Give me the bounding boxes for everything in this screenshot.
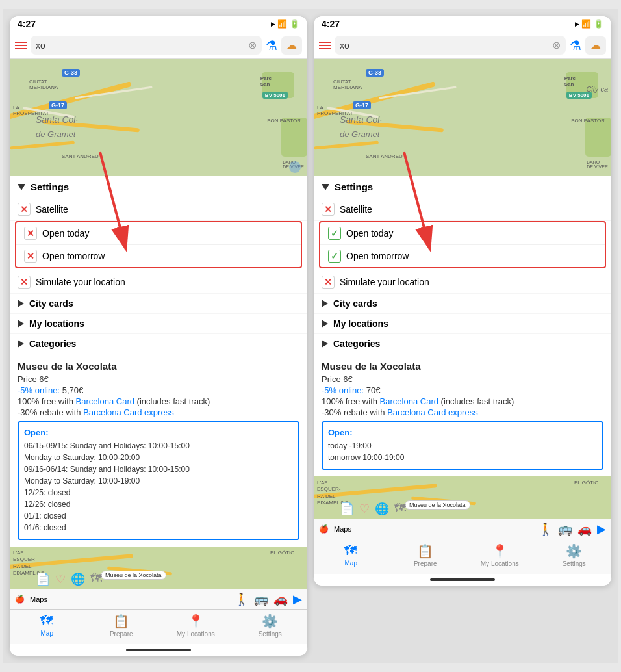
map-icon-left[interactable]: 🗺 (90, 572, 102, 586)
settings-header-left[interactable]: Settings (10, 176, 307, 198)
map-label-sant-andreu-right: SANT ANDREU (366, 153, 403, 159)
map-label-prosperitat-right: LAPROSPERITAT (317, 105, 353, 116)
highlighted-box-left: ✕ Open today ✕ Open tomorrow (15, 221, 302, 268)
bottom-icons-right: 📄 ♡ 🌐 🗺 (340, 502, 406, 516)
tab-settings-right[interactable]: ⚙️ Settings (537, 543, 612, 567)
cloud-icon-left[interactable]: ☁ (281, 36, 302, 55)
globe-icon-left[interactable]: 🌐 (71, 572, 85, 586)
search-field-left[interactable]: xo ⊗ (31, 36, 262, 55)
transport-bar-right: 🍎 Maps 🚶 🚌 🚗 ▶ (314, 519, 611, 539)
simulate-checkbox-right[interactable]: ✕ (322, 276, 335, 289)
drive-icon-right[interactable]: 🚗 (577, 522, 592, 536)
tab-map-left[interactable]: 🗺 Map (10, 614, 84, 638)
categories-label-right: Categories (333, 339, 380, 349)
open-today-item-right[interactable]: ✓ Open today (320, 222, 605, 245)
transit-icon-right[interactable]: 🚌 (558, 522, 572, 536)
poi-card-link-left[interactable]: Barcelona Card (76, 396, 134, 406)
navigate-icon-left[interactable]: ▶ (293, 592, 302, 606)
battery-icon-right: 🔋 (594, 19, 603, 29)
open-tomorrow-checkbox-left[interactable]: ✕ (24, 250, 37, 263)
clear-btn-right[interactable]: ⊗ (552, 39, 561, 51)
map-icon-right[interactable]: 🗺 (394, 502, 406, 516)
open-today-item-left[interactable]: ✕ Open today (16, 222, 301, 245)
open-today-label-left: Open today (42, 228, 89, 239)
hamburger-icon-left[interactable] (15, 42, 27, 49)
tab-map-right[interactable]: 🗺 Map (314, 543, 388, 567)
tab-settings-left[interactable]: ⚙️ Settings (233, 614, 308, 638)
home-bar-left (126, 649, 191, 651)
open-today-checkbox-left[interactable]: ✕ (24, 227, 37, 240)
map-circle-sa (289, 161, 301, 173)
satellite-checkbox-left[interactable]: ✕ (18, 203, 31, 216)
hamburger-icon-right[interactable] (319, 42, 331, 49)
categories-label-left: Categories (29, 339, 76, 349)
tab-prepare-icon-left: 📋 (113, 614, 129, 629)
open-hours-box-right: Open: today -19:00 tomorrow 10:00-19:00 (322, 421, 603, 470)
tab-settings-icon-right: ⚙️ (566, 543, 582, 559)
map-area-left[interactable]: G-33 BV-5001 G-17 ParcSan CIUTATMERIDIAN… (10, 59, 307, 176)
status-icons-left: ▸ 📶 🔋 (271, 19, 299, 29)
tab-mylocations-right[interactable]: 📍 My Locations (463, 543, 537, 567)
walk-icon-right[interactable]: 🚶 (539, 522, 553, 536)
expand-triangle-left (18, 184, 25, 190)
map-label-sant-andreu: SANT ANDREU (62, 153, 99, 159)
tab-prepare-right[interactable]: 📋 Prepare (388, 543, 463, 567)
categories-arrow-right (322, 340, 328, 348)
my-locations-item-right[interactable]: My locations (314, 314, 611, 334)
categories-item-right[interactable]: Categories (314, 334, 611, 354)
search-field-right[interactable]: xo ⊗ (335, 36, 566, 55)
categories-item-left[interactable]: Categories (10, 334, 307, 354)
my-locations-label-left: My locations (29, 318, 84, 329)
filter-icon-left[interactable]: ⚗ (266, 38, 277, 53)
city-cards-item-left[interactable]: City cards (10, 294, 307, 314)
open-hours-lines-left: 06/15-09/15: Sunday and Holidays: 10:00-… (24, 440, 293, 534)
map-area-right[interactable]: G-33 BV-5001 G-17 ParcSan CIUTATMERIDIAN… (314, 59, 611, 176)
book-icon-right[interactable]: 📄 (340, 502, 354, 516)
simulate-item-right[interactable]: ✕ Simulate your location (314, 271, 611, 294)
transit-icon-left[interactable]: 🚌 (254, 592, 268, 606)
tab-mylocations-icon-right: 📍 (492, 543, 508, 559)
satellite-item-left[interactable]: ✕ Satellite (10, 198, 307, 221)
simulate-checkbox-left[interactable]: ✕ (18, 276, 31, 289)
bottom-label-gotic-left: EL GÒTIC (270, 550, 294, 556)
simulate-item-left[interactable]: ✕ Simulate your location (10, 271, 307, 294)
city-ca-label-right: City ca (586, 85, 608, 93)
search-text-right: xo (340, 40, 349, 51)
home-indicator-left (10, 644, 307, 656)
poi-rebate-link-right[interactable]: Barcelona Card express (387, 407, 477, 417)
apple-maps-icon-right: 🍎 (319, 524, 329, 534)
poi-card-link-right[interactable]: Barcelona Card (380, 396, 438, 406)
open-tomorrow-item-left[interactable]: ✕ Open tomorrow (16, 245, 301, 267)
walk-icon-left[interactable]: 🚶 (234, 592, 249, 606)
my-locations-arrow-left (18, 320, 24, 328)
satellite-item-right[interactable]: ✕ Satellite (314, 198, 611, 221)
open-today-checkbox-right[interactable]: ✓ (328, 227, 341, 240)
satellite-checkbox-right[interactable]: ✕ (322, 203, 335, 216)
clear-btn-left[interactable]: ⊗ (248, 39, 257, 51)
poi-free-right: 100% free with Barcelona Card (includes … (322, 396, 603, 406)
book-icon-left[interactable]: 📄 (36, 572, 50, 586)
settings-header-right[interactable]: Settings (314, 176, 611, 198)
city-cards-item-right[interactable]: City cards (314, 294, 611, 314)
globe-icon-right[interactable]: 🌐 (375, 502, 389, 516)
status-bar-left: 4:27 ▸ 📶 🔋 (10, 16, 307, 32)
status-time-left: 4:27 (18, 19, 36, 29)
tab-mylocations-left[interactable]: 📍 My Locations (158, 614, 233, 638)
tab-prepare-left[interactable]: 📋 Prepare (84, 614, 159, 638)
cloud-icon-right[interactable]: ☁ (585, 36, 606, 55)
my-locations-item-left[interactable]: My locations (10, 314, 307, 334)
open-tomorrow-checkbox-right[interactable]: ✓ (328, 250, 341, 263)
drive-icon-left[interactable]: 🚗 (273, 592, 288, 606)
filter-icon-right[interactable]: ⚗ (570, 38, 581, 53)
poi-online-link-left[interactable]: -5% online: (18, 385, 60, 395)
heart-icon-right[interactable]: ♡ (359, 502, 370, 516)
poi-name-right: Museu de la Xocolata (322, 361, 603, 372)
open-tomorrow-item-right[interactable]: ✓ Open tomorrow (320, 245, 605, 267)
open-tomorrow-label-right: Open tomorrow (346, 251, 409, 261)
heart-icon-left[interactable]: ♡ (55, 572, 66, 586)
poi-rebate-link-left[interactable]: Barcelona Card express (83, 407, 173, 417)
poi-online-link-right[interactable]: -5% online: (322, 385, 364, 395)
categories-arrow-left (18, 340, 24, 348)
navigate-icon-right[interactable]: ▶ (597, 522, 606, 536)
home-indicator-right (314, 574, 611, 586)
